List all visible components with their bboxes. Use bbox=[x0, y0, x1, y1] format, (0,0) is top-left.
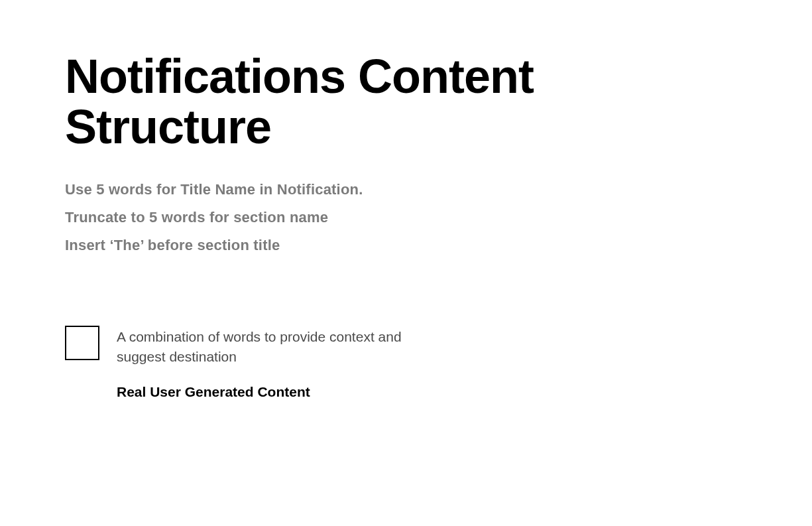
guideline-item: Insert ‘The’ before section title bbox=[65, 231, 812, 259]
guideline-item: Truncate to 5 words for section name bbox=[65, 204, 812, 231]
ugc-label: Real User Generated Content bbox=[117, 384, 422, 400]
page-title: Notifications Content Structure bbox=[65, 52, 662, 152]
placeholder-icon bbox=[65, 326, 99, 360]
example-row: A combination of words to provide contex… bbox=[65, 326, 812, 401]
example-content: A combination of words to provide contex… bbox=[117, 326, 422, 401]
guideline-item: Use 5 words for Title Name in Notificati… bbox=[65, 176, 812, 204]
document-container: Notifications Content Structure Use 5 wo… bbox=[0, 0, 812, 400]
guidelines-list: Use 5 words for Title Name in Notificati… bbox=[65, 176, 812, 259]
context-description: A combination of words to provide contex… bbox=[117, 327, 422, 367]
